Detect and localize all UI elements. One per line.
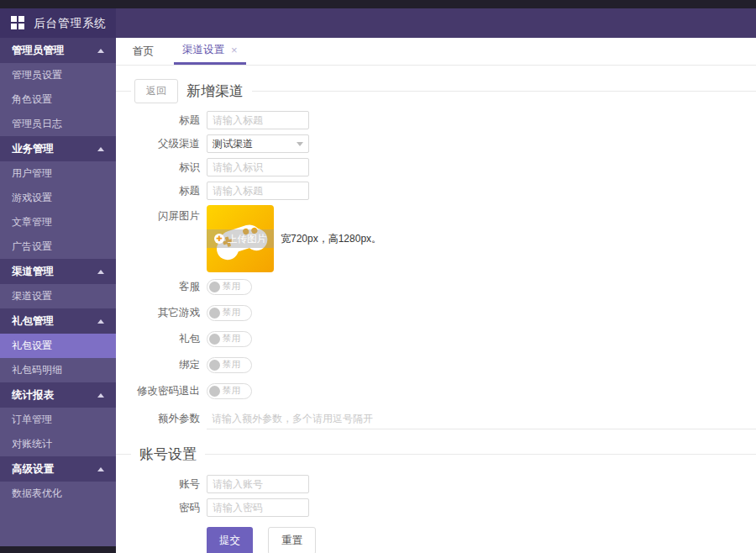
- toggle-state-label: 禁用: [223, 359, 240, 371]
- page-header: 返回 新增渠道: [116, 77, 756, 104]
- form-row-giftpack: 礼包 禁用: [116, 329, 756, 348]
- divider-line: [116, 454, 131, 455]
- collapse-arrow-icon: [97, 49, 104, 53]
- title-input[interactable]: [207, 111, 309, 129]
- toggle-knob: [209, 308, 220, 319]
- sidebar-section-label: 管理员管理: [12, 44, 65, 58]
- sidebar-item-role-settings[interactable]: 角色设置: [0, 87, 116, 112]
- change-password-logout-toggle[interactable]: 禁用: [207, 383, 252, 399]
- field-label: 密码: [116, 501, 200, 515]
- tab-label: 首页: [133, 45, 154, 59]
- sidebar-item-game-settings[interactable]: 游戏设置: [0, 186, 116, 210]
- field-label: 其它游戏: [116, 306, 200, 320]
- sidebar: 管理员管理 管理员设置 角色设置 管理员日志 业务管理 用户管理 游戏设置 文章…: [0, 38, 116, 546]
- toggle-knob: [209, 386, 220, 397]
- form-row-splash-image: 闪屏图片 ✚ 上传图片: [116, 205, 756, 272]
- sidebar-section-label: 高级设置: [12, 462, 54, 477]
- form-row-account: 账号: [116, 475, 756, 493]
- upload-icon: ✚: [214, 234, 224, 244]
- toggle-knob: [209, 334, 220, 345]
- sidebar-item-order-mgmt[interactable]: 订单管理: [0, 408, 116, 432]
- toggle-state-label: 禁用: [223, 307, 240, 319]
- chevron-down-icon: [297, 142, 303, 146]
- section-title: 账号设置: [139, 445, 197, 464]
- field-label: 客服: [116, 280, 200, 294]
- sidebar-item-admin-settings[interactable]: 管理员设置: [0, 63, 116, 87]
- form-actions: 提交 重置: [207, 527, 756, 553]
- form-row-title1: 标题: [116, 111, 756, 129]
- tab-label: 渠道设置: [182, 43, 224, 57]
- toggle-state-label: 禁用: [223, 281, 240, 292]
- sidebar-section-admin-mgmt[interactable]: 管理员管理: [0, 38, 116, 63]
- sidebar-item-ad-settings[interactable]: 广告设置: [0, 234, 116, 259]
- app-logo: 后台管理系统: [0, 8, 116, 38]
- grid-logo-icon: [11, 16, 25, 30]
- sidebar-item-giftpack-settings[interactable]: 礼包设置: [0, 334, 116, 358]
- tab-channel-settings[interactable]: 渠道设置 ×: [174, 38, 246, 65]
- form-row-binding: 绑定 禁用: [116, 356, 756, 374]
- toggle-state-label: 禁用: [223, 385, 240, 397]
- divider-line: [252, 91, 756, 92]
- sidebar-section-stats-reports[interactable]: 统计报表: [0, 382, 116, 408]
- field-label: 闪屏图片: [116, 205, 200, 224]
- sidebar-bottom-strip: [0, 546, 116, 553]
- back-button[interactable]: 返回: [134, 79, 178, 103]
- tab-bar: 首页 渠道设置 ×: [116, 38, 756, 66]
- sidebar-section-label: 渠道管理: [12, 265, 54, 279]
- collapse-arrow-icon: [97, 147, 104, 151]
- sidebar-section-giftpack-mgmt[interactable]: 礼包管理: [0, 308, 116, 334]
- sidebar-item-admin-logs[interactable]: 管理员日志: [0, 112, 116, 136]
- collapse-arrow-icon: [97, 467, 104, 471]
- giftpack-toggle[interactable]: 禁用: [207, 331, 252, 347]
- account-section-header: 账号设置: [116, 441, 756, 466]
- page-title: 新增渠道: [186, 82, 244, 101]
- app-title: 后台管理系统: [34, 16, 107, 31]
- form-row-other-games: 其它游戏 禁用: [116, 303, 756, 322]
- password-input[interactable]: [207, 498, 309, 517]
- sidebar-item-reconciliation-stats[interactable]: 对账统计: [0, 432, 116, 456]
- reset-button[interactable]: 重置: [268, 527, 316, 553]
- sidebar-item-giftcode-details[interactable]: 礼包码明细: [0, 358, 116, 382]
- field-label: 父级渠道: [116, 137, 200, 151]
- upload-label: 上传图片: [228, 233, 266, 245]
- field-label: 标题: [116, 184, 200, 198]
- sidebar-section-channel-mgmt[interactable]: 渠道管理: [0, 259, 116, 284]
- field-label: 标题: [116, 113, 200, 128]
- field-label: 账号: [116, 477, 200, 492]
- field-label: 标识: [116, 161, 200, 175]
- sidebar-section-label: 礼包管理: [12, 314, 54, 329]
- sidebar-section-label: 统计报表: [12, 388, 54, 403]
- sidebar-section-advanced-settings[interactable]: 高级设置: [0, 456, 116, 482]
- customer-service-toggle[interactable]: 禁用: [207, 279, 252, 295]
- page-content: 返回 新增渠道 标题 父级渠道 测试渠道 标识 标题 闪屏图片: [116, 66, 756, 553]
- collapse-arrow-icon: [97, 393, 104, 398]
- parent-channel-select[interactable]: 测试渠道: [207, 134, 309, 153]
- form-row-password: 密码: [116, 498, 756, 517]
- extra-params-input[interactable]: [207, 408, 756, 429]
- collapse-arrow-icon: [97, 270, 104, 274]
- collapse-arrow-icon: [97, 319, 104, 324]
- sidebar-item-table-optimization[interactable]: 数据表优化: [0, 482, 116, 506]
- sidebar-section-business-mgmt[interactable]: 业务管理: [0, 136, 116, 161]
- sidebar-item-user-mgmt[interactable]: 用户管理: [0, 161, 116, 186]
- title2-input[interactable]: [207, 182, 309, 200]
- account-input[interactable]: [207, 475, 309, 493]
- upload-size-hint: 宽720px，高1280px。: [281, 232, 381, 246]
- tab-home[interactable]: 首页: [124, 38, 162, 65]
- sidebar-item-article-mgmt[interactable]: 文章管理: [0, 210, 116, 234]
- top-dark-strip: [0, 0, 756, 8]
- field-label: 额外参数: [116, 412, 200, 426]
- binding-toggle[interactable]: 禁用: [207, 357, 252, 373]
- identifier-input[interactable]: [207, 158, 309, 176]
- field-label: 绑定: [116, 358, 200, 372]
- close-icon[interactable]: ×: [231, 44, 238, 56]
- sidebar-item-channel-settings[interactable]: 渠道设置: [0, 284, 116, 308]
- form-row-title2: 标题: [116, 182, 756, 200]
- sidebar-section-label: 业务管理: [12, 142, 54, 156]
- splash-image-upload[interactable]: ✚ 上传图片: [207, 205, 274, 272]
- app-header: 后台管理系统: [0, 8, 756, 38]
- submit-button[interactable]: 提交: [207, 527, 253, 553]
- other-games-toggle[interactable]: 禁用: [207, 305, 252, 321]
- form-row-identifier: 标识: [116, 158, 756, 176]
- divider-line: [205, 454, 756, 455]
